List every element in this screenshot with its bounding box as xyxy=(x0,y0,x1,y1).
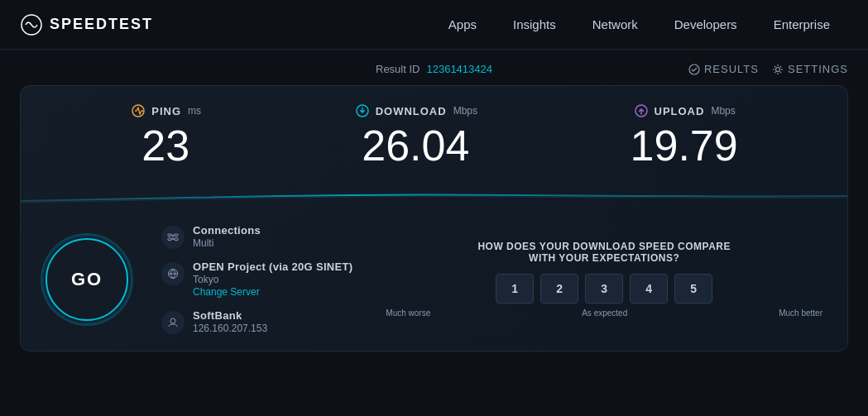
download-metric: DOWNLOAD Mbps 26.04 xyxy=(354,103,477,170)
results-label: RESULTS xyxy=(704,63,759,75)
nav-item-network[interactable]: Network xyxy=(574,0,656,50)
isp-ip: 126.160.207.153 xyxy=(193,323,267,334)
svg-rect-9 xyxy=(175,238,178,241)
connections-title: Connections xyxy=(193,224,261,237)
svg-rect-6 xyxy=(168,234,171,237)
isp-row: SoftBank 126.160.207.153 xyxy=(161,309,352,334)
svg-point-2 xyxy=(775,67,779,71)
survey-btn-1[interactable]: 1 xyxy=(496,274,534,304)
settings-button[interactable]: SETTINGS xyxy=(772,63,848,75)
server-title: OPEN Project (via 20G SINET) xyxy=(193,261,352,273)
settings-label: SETTINGS xyxy=(788,63,848,75)
ping-metric: PING ms 23 xyxy=(130,103,201,170)
upload-unit: Mbps xyxy=(711,105,735,117)
connections-icon xyxy=(161,226,185,249)
survey-btn-4[interactable]: 4 xyxy=(630,274,668,304)
checkmark-icon xyxy=(688,64,700,75)
go-area: GO xyxy=(46,224,128,334)
metrics-row: PING ms 23 DOWNLOAD Mbps 26 xyxy=(21,86,847,183)
survey-label-worse: Much worse xyxy=(386,308,430,318)
svg-rect-8 xyxy=(168,238,171,241)
survey: HOW DOES YOUR DOWNLOAD SPEED COMPAREWITH… xyxy=(386,224,822,334)
nav-item-developers[interactable]: Developers xyxy=(656,0,755,50)
download-icon xyxy=(354,103,371,119)
bottom-section: GO xyxy=(21,208,847,351)
download-value: 26.04 xyxy=(362,122,469,170)
go-button[interactable]: GO xyxy=(46,238,128,321)
server-location-icon xyxy=(161,262,185,285)
survey-labels: Much worse As expected Much better xyxy=(386,308,822,318)
ping-value: 23 xyxy=(141,122,189,170)
survey-buttons: 1 2 3 4 5 xyxy=(386,274,822,304)
ping-icon xyxy=(130,103,146,119)
upload-icon xyxy=(633,103,650,119)
upload-label: UPLOAD xyxy=(655,105,705,117)
content-area: Result ID 12361413424 RESULTS SETTINGS xyxy=(0,50,868,365)
isp-icon xyxy=(161,311,185,334)
svg-point-15 xyxy=(170,318,175,323)
download-unit: Mbps xyxy=(453,105,477,117)
main-nav: Apps Insights Network Developers Enterpr… xyxy=(430,0,848,50)
results-button[interactable]: RESULTS xyxy=(688,63,759,75)
result-label: Result ID xyxy=(376,63,420,75)
logo: SPEEDTEST xyxy=(20,13,153,36)
survey-btn-2[interactable]: 2 xyxy=(540,274,578,304)
header: SPEEDTEST Apps Insights Network Develope… xyxy=(0,0,868,50)
ping-label: PING xyxy=(151,105,181,117)
survey-btn-3[interactable]: 3 xyxy=(585,274,623,304)
svg-point-1 xyxy=(689,65,699,74)
nav-item-enterprise[interactable]: Enterprise xyxy=(755,0,848,50)
change-server-link[interactable]: Change Server xyxy=(193,286,352,298)
nav-item-insights[interactable]: Insights xyxy=(495,0,574,50)
server-info: Connections Multi OPEN Project (v xyxy=(161,224,352,334)
speedtest-logo-icon xyxy=(20,13,43,36)
action-buttons: RESULTS SETTINGS xyxy=(688,63,848,75)
upload-value: 19.79 xyxy=(631,122,738,170)
go-button-label: GO xyxy=(71,269,103,290)
survey-label-expected: As expected xyxy=(582,308,627,318)
svg-rect-7 xyxy=(175,234,178,237)
survey-label-better: Much better xyxy=(779,308,822,318)
download-label: DOWNLOAD xyxy=(376,105,447,117)
gear-icon xyxy=(772,64,784,75)
connections-row: Connections Multi xyxy=(161,224,352,249)
result-bar: Result ID 12361413424 RESULTS SETTINGS xyxy=(20,63,848,75)
upload-metric: UPLOAD Mbps 19.79 xyxy=(631,103,738,170)
main-card: PING ms 23 DOWNLOAD Mbps 26 xyxy=(20,85,848,351)
survey-btn-5[interactable]: 5 xyxy=(674,274,712,304)
survey-question: HOW DOES YOUR DOWNLOAD SPEED COMPAREWITH… xyxy=(386,241,822,264)
ping-unit: ms xyxy=(188,105,201,117)
connections-subtitle: Multi xyxy=(193,237,261,249)
nav-item-apps[interactable]: Apps xyxy=(430,0,495,50)
server-row: OPEN Project (via 20G SINET) Tokyo Chang… xyxy=(161,261,352,298)
logo-text: SPEEDTEST xyxy=(50,16,153,33)
result-id-link[interactable]: 12361413424 xyxy=(426,63,492,75)
waveform xyxy=(21,183,847,208)
server-location: Tokyo xyxy=(193,274,352,285)
isp-name: SoftBank xyxy=(193,309,267,322)
